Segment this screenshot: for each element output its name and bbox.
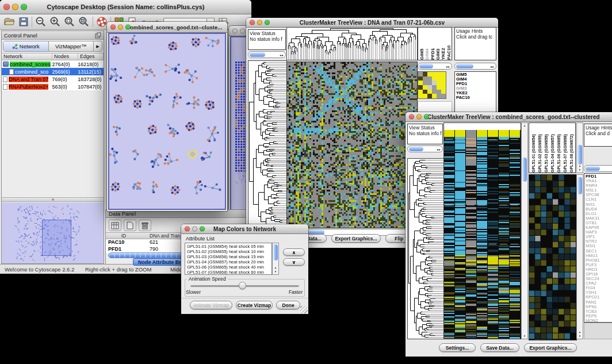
network-row[interactable]: RNAPuberNov2+563(0)107847(0)	[2, 83, 104, 90]
zoom-window-icon[interactable]	[200, 227, 205, 232]
heatmap-column-label: PFD1	[430, 28, 435, 60]
matrix-cell	[441, 76, 446, 81]
minimize-icon[interactable]	[118, 25, 123, 30]
network-canvas[interactable]	[109, 34, 225, 209]
dialog-titlebar[interactable]: Map Colors to Network	[181, 224, 308, 234]
float-panel-icon[interactable]	[95, 32, 101, 39]
minimize-icon[interactable]	[240, 28, 245, 33]
tab-vizmapper[interactable]: VizMapper™	[49, 41, 94, 51]
treeview2-titlebar[interactable]: ClusterMaker TreeView : combined_scores_…	[406, 112, 612, 122]
close-icon[interactable]	[3, 4, 10, 10]
minimize-icon[interactable]	[257, 20, 262, 25]
control-panel-header: Control Panel	[2, 31, 104, 40]
tv2-zoom-heatmap-canvas[interactable]	[529, 174, 577, 340]
tv1-left-hscrollbar[interactable]: ◂▸	[248, 51, 286, 58]
tv2-heatmap-canvas[interactable]	[444, 130, 521, 339]
network-view[interactable]	[108, 33, 226, 210]
close-icon[interactable]	[409, 114, 414, 120]
close-icon[interactable]	[250, 20, 255, 25]
main-titlebar[interactable]: Cytoscape Desktop (Session Name: collins…	[0, 0, 251, 14]
heatmap-column-label: GIM4	[424, 28, 430, 60]
column-header[interactable]: Network	[2, 53, 52, 60]
attribute-list-item[interactable]: GPL51-04 (GSM857) heat shock 20 min	[187, 259, 271, 265]
zoom-window-icon[interactable]	[424, 114, 429, 120]
gene-list-item[interactable]: MON2	[586, 319, 612, 323]
resize-grip-icon[interactable]	[300, 306, 308, 313]
tv1-left-dendrogram-canvas[interactable]	[248, 60, 287, 228]
zoom-window-icon[interactable]	[125, 25, 131, 30]
column-header[interactable]: Edges	[78, 53, 104, 60]
attribute-list-item[interactable]: GPL51-07 (GSM868) heat shock 60 min	[187, 270, 271, 275]
zoom-window-icon[interactable]	[265, 20, 270, 25]
select-attributes-icon[interactable]	[109, 220, 121, 231]
zoom-out-icon[interactable]	[35, 16, 47, 28]
move-down-button[interactable]: ∨	[283, 258, 305, 266]
zoom-selected-icon[interactable]	[78, 16, 90, 28]
tv1-genelist-hscrollbar[interactable]: ◂▸	[454, 63, 496, 70]
status-zoom-hint: Right-click + drag to ZOOM	[85, 266, 151, 273]
network-row[interactable]: combined_sco2569(6)13112(15)	[2, 68, 104, 75]
tv1-usage-hints-line1: Usage Hints	[456, 28, 495, 34]
tv2-settings-button[interactable]: Settings...	[439, 343, 476, 352]
attribute-list-item[interactable]: GPL51-06 (GSM865) heat shock 40 min	[187, 265, 271, 270]
tab-network[interactable]: Network	[3, 41, 49, 51]
heatmap-column-label: GPL51-03 (GSM856)	[543, 123, 549, 173]
new-attribute-icon[interactable]	[124, 220, 136, 231]
attribute-list-item[interactable]: GPL51-01 (GSM854) heat shock 05 min	[187, 244, 271, 249]
tv2-zoom-vscrollbar[interactable]: ▴▾	[576, 174, 583, 339]
attribute-list-vscrollbar[interactable]: ▴▾	[272, 243, 279, 275]
column-header[interactable]: ID	[106, 233, 139, 239]
control-panel: Control Panel Network VizMapper™ ▶ Netwo…	[1, 30, 104, 264]
tv1-correlation-matrix[interactable]	[418, 71, 446, 99]
minimize-icon[interactable]	[12, 4, 18, 10]
network-window-titlebar[interactable]: combined_scores_good.txt--cluste...	[107, 22, 227, 33]
tv2-left-dendrogram-canvas[interactable]	[407, 158, 444, 339]
tv1-matrix-hscrollbar[interactable]: ◂▸	[418, 63, 452, 70]
help-lifesaver-icon[interactable]	[96, 16, 108, 28]
attribute-list[interactable]: GPL51-01 (GSM854) heat shock 05 minGPL51…	[185, 243, 272, 275]
close-icon[interactable]	[110, 25, 116, 30]
gene-list-item[interactable]: PAC10	[456, 95, 496, 100]
create-vizmap-button[interactable]: Create Vizmap	[236, 301, 273, 309]
tv2-genelist-hscrollbar[interactable]: ◂▸	[584, 165, 612, 172]
save-icon[interactable]	[18, 17, 29, 27]
tv2-heatmap-vscrollbar[interactable]: ▴ ▾	[521, 122, 528, 339]
matrix-cell	[441, 85, 446, 90]
network-row[interactable]: combined_scores2764(0)16218(0)	[2, 60, 104, 68]
column-header[interactable]: Nodes	[52, 53, 78, 60]
attribute-list-item[interactable]: GPL51-02 (GSM855) heat shock 10 min	[187, 249, 271, 254]
tab-overflow-arrow-icon[interactable]: ▶	[94, 41, 102, 51]
heatmap-column-label: YKE2	[441, 28, 446, 60]
zoom-fit-icon[interactable]	[64, 16, 75, 28]
tv2-save-data-button[interactable]: Save Data...	[480, 343, 519, 352]
tv1-export-graphics-button[interactable]: Export Graphics...	[331, 234, 381, 243]
overview-divider-handle[interactable]	[2, 197, 104, 202]
tv1-usage-hints-line2: Click and drag tc	[456, 34, 495, 40]
move-up-button[interactable]: ∧	[283, 248, 305, 256]
network-window-title: combined_scores_good.txt--cluste...	[127, 24, 222, 30]
minimize-icon[interactable]	[192, 227, 197, 232]
delete-attribute-trash-icon[interactable]	[139, 220, 151, 231]
attribute-list-item[interactable]: GPL51-03 (GSM856) heat shock 15 min	[187, 254, 271, 259]
done-button[interactable]: Done	[276, 301, 300, 309]
open-folder-icon[interactable]	[3, 17, 15, 27]
close-icon[interactable]	[232, 28, 238, 33]
heatmap-column-label: GPL51-07 (GSM868)	[562, 123, 568, 173]
control-panel-title: Control Panel	[4, 32, 37, 39]
tv2-left-hscrollbar[interactable]: ◂▸	[407, 145, 443, 152]
zoom-window-icon[interactable]	[21, 4, 27, 10]
tv1-heatmap-canvas[interactable]	[286, 62, 418, 228]
animation-speed-slider-thumb[interactable]	[239, 282, 246, 289]
network-row[interactable]: DNA and Tran 07769(0)183728(0)	[2, 75, 104, 83]
close-icon[interactable]	[185, 227, 190, 232]
tv1-top-dendrogram-canvas[interactable]	[286, 27, 418, 60]
tv2-gene-list[interactable]: PFD1YRA1RNR4MSL1SPC98CLN1NIS1BUD4ELG1MAK…	[584, 173, 612, 323]
network-overview-canvas[interactable]	[2, 202, 104, 263]
animate-vizmap-button[interactable]: Animate Vizmap	[190, 301, 232, 309]
minimize-icon[interactable]	[416, 114, 422, 120]
heatmap-column-label: GPL51-01 (GSM854)	[530, 123, 537, 173]
tv2-labels-vscrollbar[interactable]: ▴▾	[576, 122, 583, 173]
treeview1-titlebar[interactable]: ClusterMaker TreeView : DNA and Tran 07-…	[246, 18, 498, 28]
tv2-export-graphics-button[interactable]: Export Graphics...	[524, 343, 577, 352]
zoom-in-icon[interactable]	[49, 16, 61, 28]
